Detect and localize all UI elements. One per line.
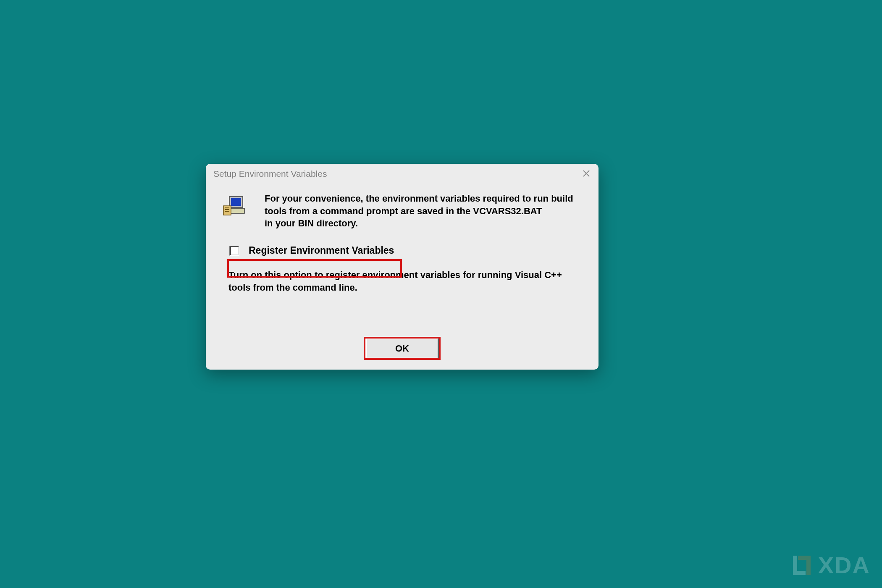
svg-rect-7	[225, 209, 229, 210]
dialog-message: For your convenience, the environment va…	[265, 192, 582, 230]
svg-rect-10	[793, 571, 806, 575]
dialog-explain-text: Turn on this option to register environm…	[228, 269, 582, 294]
dialog-body: For your convenience, the environment va…	[206, 184, 598, 302]
dialog-message-line1: For your convenience, the environment va…	[265, 192, 582, 217]
register-env-checkbox-row[interactable]: Register Environment Variables	[228, 243, 397, 258]
svg-rect-3	[231, 198, 241, 206]
dialog-title: Setup Environment Variables	[213, 169, 327, 179]
button-row: OK	[206, 339, 598, 359]
ok-button[interactable]: OK	[366, 339, 438, 359]
titlebar: Setup Environment Variables	[206, 164, 598, 184]
register-env-checkbox[interactable]	[229, 246, 239, 256]
svg-rect-9	[793, 556, 797, 571]
register-env-checkbox-label: Register Environment Variables	[249, 245, 394, 256]
dialog-message-line2: in your BIN directory.	[265, 217, 582, 230]
svg-rect-5	[223, 206, 231, 215]
close-icon	[583, 170, 590, 177]
svg-rect-8	[225, 211, 229, 212]
ok-button-label: OK	[395, 343, 409, 354]
svg-rect-11	[806, 560, 811, 575]
setup-env-dialog: Setup Environment Variables	[206, 164, 598, 370]
svg-rect-12	[798, 556, 811, 560]
xda-logo-icon	[790, 554, 813, 577]
setup-computer-icon	[223, 192, 265, 219]
xda-watermark-text: XDA	[818, 551, 870, 579]
xda-watermark: XDA	[790, 551, 870, 579]
svg-rect-6	[225, 207, 229, 208]
close-button[interactable]	[580, 167, 593, 180]
